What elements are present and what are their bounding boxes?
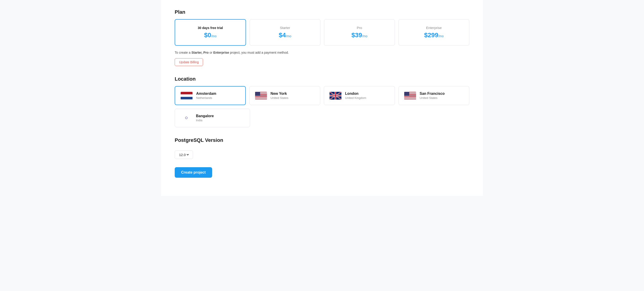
location-card-san-francisco[interactable]: San Francisco United States [398, 86, 469, 105]
postgresql-title: PostgreSQL Version [175, 137, 469, 143]
location-card-new-york[interactable]: New York United States [250, 86, 320, 105]
location-section: Location Amsterdam Netherlands [175, 76, 469, 127]
flag-uk [330, 92, 342, 100]
location-info-new-york: New York United States [270, 92, 288, 100]
location-info-london: London United Kingdom [345, 92, 366, 100]
location-card-bangalore[interactable]: Bangalore India [175, 109, 250, 127]
flag-netherlands [181, 92, 192, 100]
plan-name-enterprise: Enterprise [402, 26, 466, 30]
location-info-amsterdam: Amsterdam Netherlands [196, 92, 216, 100]
location-row-2: Bangalore India [175, 109, 469, 127]
plan-trial-label: 30 days free trial [179, 26, 242, 30]
plan-price-free: $0/mo [179, 32, 242, 39]
update-billing-button[interactable]: Update Billing [175, 58, 203, 66]
location-info-bangalore: Bangalore India [196, 114, 214, 122]
city-bangalore: Bangalore [196, 114, 214, 118]
plan-cards: 30 days free trial $0/mo Starter $4/mo P… [175, 19, 469, 46]
plan-card-enterprise[interactable]: Enterprise $299/mo [398, 19, 469, 46]
postgresql-select-wrap[interactable]: 12.0 11.0 10.0 9.6 [175, 150, 193, 159]
plan-price-enterprise: $299/mo [402, 32, 466, 39]
plan-name-starter: Starter [254, 26, 316, 30]
plan-name-pro: Pro [328, 26, 391, 30]
location-row-1: Amsterdam Netherlands New York United St [175, 86, 469, 105]
plan-section: Plan 30 days free trial $0/mo Starter $4… [175, 9, 469, 66]
location-card-london[interactable]: London United Kingdom [324, 86, 394, 105]
location-card-amsterdam[interactable]: Amsterdam Netherlands [175, 86, 246, 105]
location-info-san-francisco: San Francisco United States [420, 92, 445, 100]
plan-card-starter[interactable]: Starter $4/mo [250, 19, 320, 46]
page-container: Plan 30 days free trial $0/mo Starter $4… [161, 0, 483, 196]
plan-card-pro[interactable]: Pro $39/mo [324, 19, 395, 46]
postgresql-section: PostgreSQL Version 12.0 11.0 10.0 9.6 [175, 137, 469, 159]
city-london: London [345, 92, 366, 96]
plan-title: Plan [175, 9, 469, 15]
create-project-button[interactable]: Create project [175, 167, 212, 178]
country-new-york: United States [270, 96, 288, 100]
city-san-francisco: San Francisco [420, 92, 445, 96]
plan-card-free[interactable]: 30 days free trial $0/mo [175, 19, 246, 46]
country-bangalore: India [196, 118, 214, 122]
flag-us-sf [404, 92, 416, 100]
city-new-york: New York [270, 92, 288, 96]
flag-india [180, 114, 192, 122]
plan-price-pro: $39/mo [328, 32, 391, 39]
city-amsterdam: Amsterdam [196, 92, 216, 96]
location-title: Location [175, 76, 469, 82]
country-london: United Kingdom [345, 96, 366, 100]
plan-price-starter: $4/mo [254, 32, 316, 39]
postgresql-version-select[interactable]: 12.0 11.0 10.0 9.6 [178, 152, 190, 157]
country-san-francisco: United States [420, 96, 445, 100]
flag-us-ny [255, 92, 267, 100]
country-amsterdam: Netherlands [196, 96, 216, 100]
billing-note: To create a Starter, Pro or Enterprise p… [175, 50, 469, 55]
